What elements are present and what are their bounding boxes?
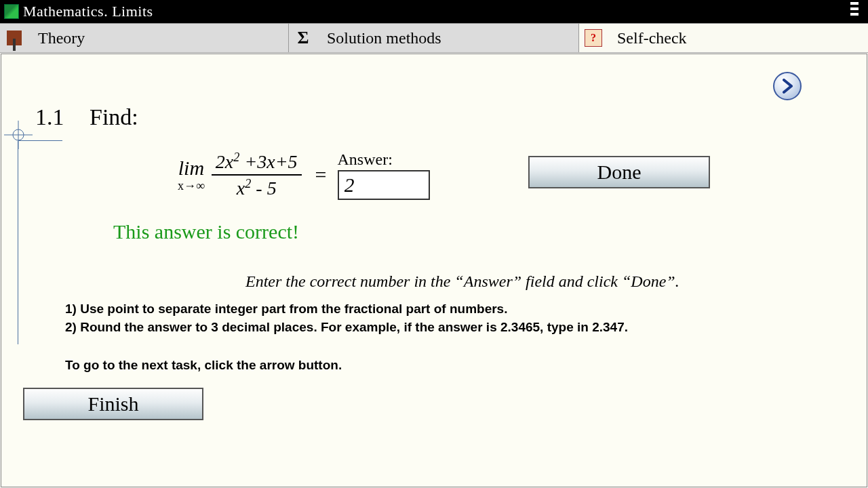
app-icon (4, 4, 19, 19)
theory-icon (5, 29, 23, 47)
feedback-message: This answer is correct! (113, 220, 299, 243)
hints-block: 1) Use point to separate integer part fr… (65, 300, 628, 375)
answer-label: Answer: (338, 150, 430, 169)
task-title: Find: (90, 104, 138, 130)
hint-1: 1) Use point to separate integer part fr… (65, 300, 628, 319)
chevron-right-icon (780, 79, 795, 94)
content-area: 1.1 Find: lim x→∞ 2x2 +3x+5 x2 - 5 = Ans… (1, 54, 867, 487)
titlebar: Mathematics. Limits (0, 0, 868, 23)
tab-selfcheck-label: Self-check (617, 29, 687, 47)
left-rule (18, 141, 18, 344)
tab-theory[interactable]: Theory (0, 24, 289, 52)
denominator: x2 - 5 (233, 176, 281, 201)
selfcheck-icon: ? (585, 29, 602, 47)
finish-button[interactable]: Finish (23, 388, 203, 420)
sigma-icon: Σ (294, 29, 312, 47)
number-underline (18, 140, 62, 141)
done-button[interactable]: Done (528, 156, 710, 188)
answer-input[interactable] (338, 170, 430, 200)
lim-operator: lim x→∞ (178, 158, 205, 192)
answer-group: Answer: (338, 150, 430, 200)
hint-3: To go to the next task, click the arrow … (65, 357, 628, 375)
lim-word: lim (178, 158, 204, 178)
next-task-button[interactable] (773, 72, 802, 100)
equals-sign: = (315, 163, 327, 186)
menu-icon[interactable] (850, 2, 859, 16)
hint-2: 2) Round the answer to 3 decimal places.… (65, 319, 628, 337)
window-title: Mathematics. Limits (23, 3, 153, 20)
tab-methods-label: Solution methods (327, 29, 441, 47)
fraction: 2x2 +3x+5 x2 - 5 (212, 149, 302, 201)
numerator: 2x2 +3x+5 (212, 149, 302, 174)
limit-expression: lim x→∞ 2x2 +3x+5 x2 - 5 = Answer: (178, 149, 430, 201)
tab-solution-methods[interactable]: Σ Solution methods (289, 24, 579, 52)
tab-theory-label: Theory (38, 29, 85, 47)
tabbar: Theory Σ Solution methods ? Self-check (0, 23, 868, 53)
lim-subscript: x→∞ (178, 180, 205, 192)
tab-self-check[interactable]: ? Self-check (579, 24, 868, 52)
instruction-text: Enter the correct number in the “Answer”… (245, 272, 679, 291)
task-number: 1.1 (35, 104, 64, 130)
origin-crosshair-icon (4, 121, 33, 149)
